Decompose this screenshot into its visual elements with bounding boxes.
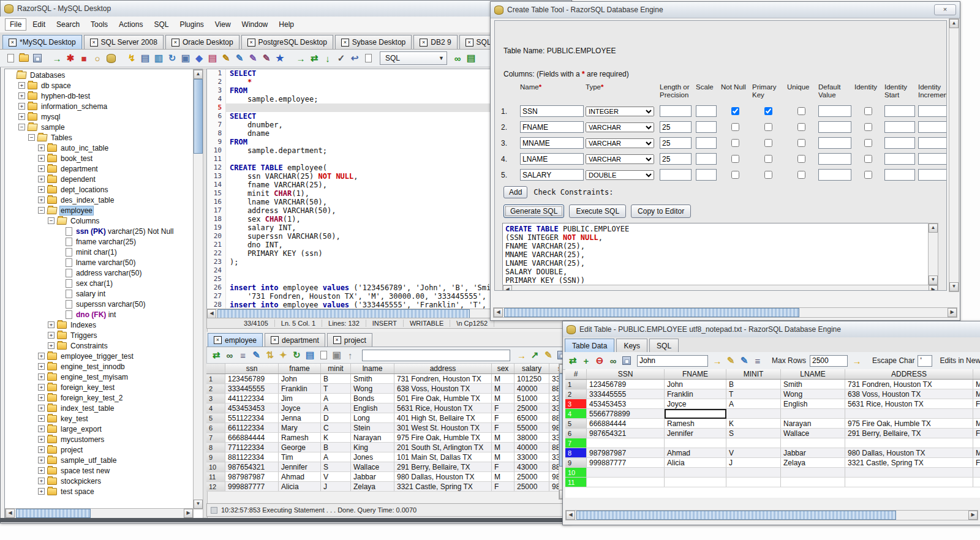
editor-hscroll-thumb[interactable] (217, 309, 470, 318)
tree-item[interactable]: +Constraints (5, 340, 194, 351)
table-cell[interactable]: 661122334 (225, 423, 279, 433)
table-cell[interactable] (973, 478, 980, 487)
results-tab-department[interactable]: ×department (265, 333, 325, 347)
table-cell[interactable]: 987654321 (587, 429, 665, 438)
identity-start-input[interactable] (884, 153, 915, 165)
edit-connection-icon[interactable]: ○ (91, 51, 104, 65)
table-cell[interactable] (587, 438, 665, 448)
table-cell[interactable]: 551122334 (225, 413, 279, 423)
table-cell[interactable]: Zelaya (781, 458, 845, 468)
tree-hscroll-thumb[interactable] (16, 509, 91, 518)
row-number-cell[interactable]: 9 (206, 452, 225, 462)
expand-icon[interactable]: + (38, 446, 45, 453)
table-cell[interactable] (781, 438, 845, 448)
table-cell[interactable]: F (973, 429, 980, 438)
connection-tab-sybase-desktop[interactable]: ×Sybase Desktop (335, 35, 412, 49)
table-cell[interactable]: 5566778899 (587, 409, 665, 419)
table-cell[interactable]: F (973, 399, 980, 409)
row-number-cell[interactable]: 2 (565, 389, 587, 399)
unique-checkbox[interactable] (797, 155, 805, 163)
table-cell[interactable] (781, 409, 845, 419)
length-input[interactable] (660, 153, 692, 165)
row-number-cell[interactable]: 6 (565, 429, 587, 438)
tree-item[interactable]: +des_index_table (5, 195, 194, 205)
tree-item[interactable]: address varchar(50) (5, 268, 194, 278)
expand-icon[interactable]: + (38, 467, 45, 474)
column-type-select[interactable]: VARCHAR (586, 138, 654, 148)
table-cell[interactable]: King (351, 443, 394, 452)
save-edits-icon[interactable] (620, 354, 633, 367)
menu-item-file[interactable]: File (5, 18, 26, 31)
tree-item[interactable]: +department (5, 163, 194, 174)
tree-scroll-thumb[interactable] (194, 79, 203, 154)
table-cell[interactable]: T (726, 389, 781, 399)
close-tab-icon[interactable]: × (466, 39, 473, 47)
not-null-checkbox[interactable] (731, 155, 739, 163)
tree-item[interactable]: +dept_locations (5, 184, 194, 195)
results-tab-project[interactable]: ×project (327, 333, 372, 347)
table-cell[interactable]: Narayan (781, 419, 845, 429)
tab-keys[interactable]: Keys (616, 339, 647, 352)
table-cell[interactable]: 987987987 (225, 472, 279, 482)
table-cell[interactable]: M (973, 380, 980, 389)
length-input[interactable] (660, 105, 692, 117)
row-number-cell[interactable]: 3 (565, 399, 587, 409)
default-value-input[interactable] (818, 137, 851, 149)
search-input[interactable] (637, 355, 708, 367)
table-cell[interactable]: Mary (279, 423, 321, 433)
table-cell[interactable]: Joyce (279, 403, 321, 413)
tree-item[interactable]: +key_test (5, 413, 194, 424)
generated-sql-preview[interactable]: CREATE TABLE PUBLIC.EMPLOYEE(SSN INTEGER… (502, 223, 934, 288)
tab-sql[interactable]: SQL (649, 339, 679, 352)
scale-input[interactable] (696, 137, 717, 149)
identity-checkbox[interactable] (864, 155, 872, 163)
table-cell[interactable]: 201 South St, Arlington TX (394, 443, 492, 452)
table-data-icon[interactable]: ▤ (206, 51, 219, 65)
close-button[interactable]: × (934, 4, 956, 15)
column-header-sex[interactable]: sex (492, 364, 514, 374)
table-cell[interactable]: Alicia (279, 482, 321, 492)
table-cell[interactable]: D (321, 413, 351, 423)
primary-key-checkbox[interactable] (764, 155, 772, 163)
table-cell[interactable]: K (726, 419, 781, 429)
table-cell[interactable]: A (726, 399, 781, 409)
table-cell[interactable]: John (665, 380, 726, 389)
expand-icon[interactable]: + (48, 342, 55, 349)
expand-icon[interactable]: + (18, 103, 25, 110)
expand-icon[interactable]: + (38, 426, 45, 432)
identity-checkbox[interactable] (864, 171, 872, 179)
table-cell[interactable]: 980 Dallas, Houston TX (845, 448, 973, 458)
table-cell[interactable]: 5631 Rice, Houston TX (845, 399, 973, 409)
table-cell[interactable]: 25000 (514, 403, 549, 413)
refresh-table-icon[interactable]: ⇄ (566, 354, 579, 367)
close-tab-icon[interactable]: × (333, 336, 341, 344)
edit-window-hscroll[interactable]: ◀ ▶ (565, 510, 978, 520)
create-window-vscroll[interactable]: ▲ ▼ (949, 18, 959, 292)
sql-preview-hscroll[interactable]: ◀ ▶ (502, 285, 938, 291)
table-cell[interactable]: Long (351, 413, 394, 423)
database-icon[interactable] (104, 51, 118, 65)
edit-cell-icon[interactable]: ✎ (250, 348, 263, 362)
table-cell[interactable]: 980 Dallas, Houston TX (394, 472, 492, 482)
column-header-ADDRESS[interactable]: ADDRESS (845, 369, 973, 380)
close-tab-icon[interactable]: × (271, 336, 279, 344)
tree-item[interactable]: +large_export (5, 424, 194, 434)
tree-item[interactable]: +project (5, 444, 194, 455)
column-type-select[interactable]: VARCHAR (586, 154, 654, 164)
form-view-icon[interactable] (317, 348, 330, 362)
tree-item[interactable]: lname varchar(50) (5, 257, 194, 268)
refresh-results-icon[interactable]: ⇄ (209, 348, 223, 362)
search-go-icon[interactable]: → (710, 354, 724, 367)
column-header-ssn[interactable]: ssn (225, 364, 279, 374)
table-cell[interactable] (845, 409, 973, 419)
table-cell[interactable]: 40000 (514, 384, 549, 394)
table-cell[interactable]: Jabbar (781, 448, 845, 458)
close-tab-icon[interactable]: × (9, 39, 17, 47)
scroll-right-icon[interactable]: ▶ (948, 308, 957, 317)
tree-item[interactable]: +space test new (5, 465, 194, 476)
tree-item[interactable]: +book_test (5, 153, 194, 163)
tree-item[interactable]: +engine_test_myisam (5, 372, 194, 382)
sql-mode-combo[interactable]: SQL▼ (380, 51, 447, 65)
table-cell[interactable]: M (492, 394, 514, 403)
table-cell[interactable]: Franklin (665, 389, 726, 399)
